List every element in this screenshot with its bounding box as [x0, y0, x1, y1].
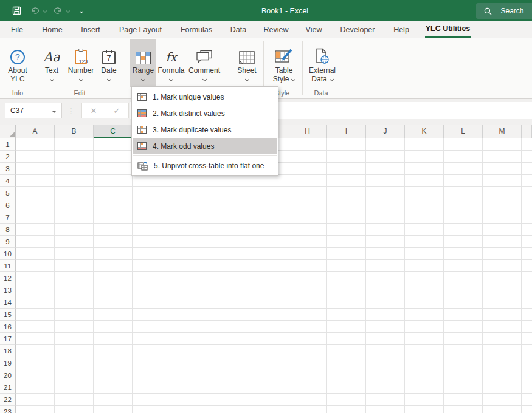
row-header-9[interactable]: 9: [0, 236, 16, 248]
group-separator: [302, 41, 303, 95]
fx-icon: fx: [165, 50, 177, 64]
column-header-l[interactable]: L: [444, 125, 483, 138]
date-button[interactable]: 7 Date: [96, 39, 122, 87]
column-header-c-selected[interactable]: C: [94, 125, 133, 138]
row-header-6[interactable]: 6: [0, 199, 16, 211]
sheet-button[interactable]: Sheet: [232, 39, 261, 87]
row-header-10[interactable]: 10: [0, 248, 16, 260]
table-style-button[interactable]: Table Style: [268, 39, 300, 87]
range-table-icon: [136, 52, 151, 64]
customize-qat-button[interactable]: [75, 0, 88, 21]
text-label: Text: [45, 66, 58, 75]
menu-item-mark-distinct-values[interactable]: 2. Mark distinct values: [133, 105, 277, 121]
column-header-b[interactable]: B: [55, 125, 94, 138]
row-header-15[interactable]: 15: [0, 309, 16, 321]
sheet-grid-icon: [239, 51, 255, 64]
redo-dropdown[interactable]: [64, 0, 72, 21]
save-button[interactable]: [9, 0, 24, 21]
row-header-1[interactable]: 1: [0, 138, 16, 151]
undo-button[interactable]: [28, 0, 41, 21]
tab-page-layout[interactable]: Page Layout: [117, 21, 164, 38]
tab-help[interactable]: Help: [391, 21, 412, 38]
name-box[interactable]: C37: [5, 103, 62, 118]
comment-button[interactable]: Comment: [186, 39, 223, 87]
group-label-info: Info: [12, 89, 23, 97]
redo-button[interactable]: [51, 0, 64, 21]
row-header-5[interactable]: 5: [0, 187, 16, 199]
spreadsheet-grid[interactable]: [16, 138, 532, 413]
row-header-22[interactable]: 22: [0, 394, 16, 406]
row-header-17[interactable]: 17: [0, 333, 16, 345]
group-label-edit: Edit: [74, 89, 86, 97]
row-header-16[interactable]: 16: [0, 321, 16, 333]
row-header-11[interactable]: 11: [0, 260, 16, 272]
row-header-23[interactable]: 23: [0, 406, 16, 413]
number-label: Number: [68, 66, 94, 75]
tab-formulas[interactable]: Formulas: [178, 21, 215, 38]
menu-item-mark-unique-values[interactable]: 1. Mark unique values: [133, 89, 277, 105]
row-header-19[interactable]: 19: [0, 357, 16, 369]
cancel-icon[interactable]: ✕: [91, 106, 97, 115]
column-header-h[interactable]: H: [288, 125, 327, 138]
tab-review[interactable]: Review: [261, 21, 291, 38]
chevron-down-icon: [43, 9, 47, 13]
tab-home[interactable]: Home: [40, 21, 64, 38]
column-header-i[interactable]: I: [327, 125, 366, 138]
menu-item-unpivot-cross-table[interactable]: 5. Unpivot cross-table into flat one: [133, 157, 277, 174]
formula-button[interactable]: fx Formula: [156, 39, 186, 87]
row-header-13[interactable]: 13: [0, 284, 16, 296]
row-header-3[interactable]: 3: [0, 163, 16, 175]
table-style-label-2: Style: [273, 75, 295, 83]
formula-label: Formula: [157, 66, 184, 75]
calendar-7-icon: 7: [102, 51, 116, 64]
row-header-2[interactable]: 2: [0, 151, 16, 163]
about-ylc-button[interactable]: ? AboutYLC: [4, 39, 32, 87]
chevron-down-icon: [106, 77, 111, 81]
tab-insert[interactable]: Insert: [78, 21, 103, 38]
text-button[interactable]: Aa Text: [38, 39, 66, 87]
row-header-8[interactable]: 8: [0, 224, 16, 236]
column-header-m[interactable]: M: [483, 125, 522, 138]
column-header-partial[interactable]: [522, 125, 532, 138]
range-button[interactable]: Range: [130, 39, 156, 87]
excel-window: Book1 - Excel Search File Home Insert Pa…: [0, 0, 532, 413]
tab-ylc-utilities[interactable]: YLC Utilities: [425, 21, 471, 38]
select-all-corner[interactable]: [0, 125, 16, 138]
confirm-icon[interactable]: ✓: [114, 106, 120, 115]
row-header-4[interactable]: 4: [0, 175, 16, 187]
tab-file[interactable]: File: [7, 21, 27, 38]
external-data-button[interactable]: External Data: [305, 39, 339, 87]
comment-bubbles-icon: [195, 50, 213, 64]
table-style-label-1: Table: [273, 66, 295, 75]
number-button[interactable]: 123 Number: [66, 39, 96, 87]
chevron-down-icon: [141, 77, 145, 81]
tab-developer[interactable]: Developer: [337, 21, 378, 38]
column-header-a[interactable]: A: [16, 125, 55, 138]
date-label: Date: [101, 66, 116, 75]
name-box-value: C37: [5, 106, 52, 115]
clipboard-123-icon: 123: [75, 50, 87, 64]
chevron-down-icon: [78, 77, 83, 81]
tab-data[interactable]: Data: [227, 21, 249, 38]
menu-item-mark-odd-values-highlighted[interactable]: 4. Mark odd values: [133, 138, 277, 154]
column-header-j[interactable]: J: [366, 125, 405, 138]
group-label-data: Data: [314, 89, 328, 97]
search-box[interactable]: Search: [476, 3, 532, 19]
row-header-12[interactable]: 12: [0, 272, 16, 284]
row-header-18[interactable]: 18: [0, 345, 16, 357]
tab-view[interactable]: View: [303, 21, 325, 38]
row-header-7[interactable]: 7: [0, 211, 16, 224]
search-label: Search: [500, 7, 523, 15]
font-aa-icon: Aa: [43, 50, 60, 64]
redo-icon: [54, 7, 63, 15]
name-box-dropdown-icon[interactable]: [52, 111, 57, 115]
column-header-k[interactable]: K: [405, 125, 444, 138]
row-header-14[interactable]: 14: [0, 296, 16, 309]
undo-dropdown[interactable]: [41, 0, 49, 21]
row-header-20[interactable]: 20: [0, 369, 16, 381]
menu-item-mark-duplicate-values[interactable]: 3. Mark duplicate values: [133, 121, 277, 138]
row-header-21[interactable]: 21: [0, 381, 16, 394]
group-separator: [126, 41, 126, 95]
about-label-2: YLC: [8, 75, 27, 83]
chevron-down-icon: [291, 77, 295, 81]
